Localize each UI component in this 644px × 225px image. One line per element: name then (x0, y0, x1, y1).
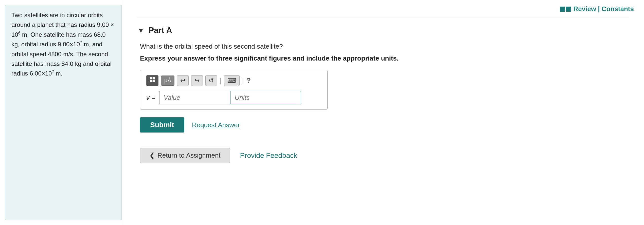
problem-text: Two satellites are in circular orbits ar… (11, 10, 115, 79)
action-row: Submit Request Answer (140, 117, 629, 133)
svg-rect-2 (150, 80, 152, 82)
grid-button[interactable] (146, 75, 158, 86)
part-header: ▼ Part A (137, 26, 629, 35)
part-title: Part A (149, 26, 172, 35)
provide-feedback-link[interactable]: Provide Feedback (240, 152, 297, 160)
request-answer-link[interactable]: Request Answer (192, 121, 240, 129)
return-label: Return to Assignment (157, 152, 221, 159)
submit-button[interactable]: Submit (140, 117, 184, 133)
collapse-arrow-icon[interactable]: ▼ (137, 26, 145, 34)
chevron-left-icon: ❮ (149, 152, 155, 159)
page-container: Review | Constants Two satellites are in… (0, 0, 644, 225)
help-button[interactable]: ? (246, 77, 251, 85)
redo-button[interactable]: ↪ (191, 75, 203, 86)
mu-label: μÅ (164, 77, 171, 84)
refresh-button[interactable]: ↺ (205, 75, 217, 86)
left-panel: Two satellites are in circular orbits ar… (5, 5, 122, 220)
svg-rect-1 (153, 77, 155, 79)
mu-button[interactable]: μÅ (161, 76, 174, 86)
return-to-assignment-button[interactable]: ❮ Return to Assignment (140, 148, 230, 163)
svg-rect-3 (153, 80, 155, 82)
units-input[interactable] (230, 91, 301, 104)
toolbar: μÅ ↩ ↪ ↺ | ⌨ | ? (146, 75, 321, 86)
svg-rect-0 (150, 77, 152, 79)
question-text: What is the orbital speed of this second… (140, 43, 629, 50)
instruction-text: Express your answer to three significant… (140, 54, 629, 62)
toolbar-separator: | (220, 77, 221, 85)
keyboard-button[interactable]: ⌨ (224, 75, 240, 86)
value-input[interactable] (159, 91, 230, 104)
answer-box: μÅ ↩ ↪ ↺ | ⌨ | ? v = (140, 70, 328, 110)
top-rule (137, 18, 629, 18)
grid-icon (150, 77, 155, 84)
bottom-row: ❮ Return to Assignment Provide Feedback (140, 148, 629, 163)
right-panel: ▼ Part A What is the orbital speed of th… (122, 0, 644, 225)
input-row: v = (146, 91, 321, 104)
equation-label: v = (146, 94, 155, 102)
toolbar-separator-2: | (242, 77, 244, 85)
undo-button[interactable]: ↩ (177, 75, 189, 86)
